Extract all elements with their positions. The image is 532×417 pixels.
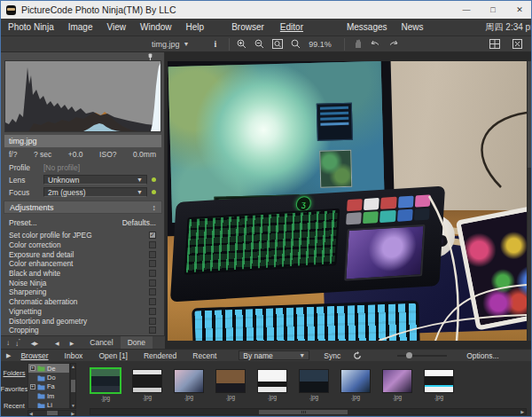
image-canvas[interactable]: ʒ [165, 52, 532, 349]
thumbnail[interactable]: .jpg [340, 369, 371, 400]
thumbnail[interactable]: .jpg [257, 369, 287, 400]
browser-tab-rendered[interactable]: Rendered [136, 351, 184, 360]
redo-icon[interactable] [388, 40, 398, 49]
save-icon[interactable]: ↓ [1, 339, 15, 347]
prev-image-button[interactable]: ◀ [50, 340, 65, 346]
browser-tab-open1[interactable]: Open [1] [90, 351, 136, 360]
scroll-up-icon[interactable]: ▲ [71, 364, 75, 369]
clock: 周四 2:34 pm [475, 21, 532, 34]
folder-icon [37, 383, 45, 390]
menu-window[interactable]: Window [133, 22, 179, 32]
adjustment-checkbox[interactable] [149, 260, 156, 267]
expand-icon[interactable] [30, 384, 35, 389]
tree-vertical-scrollbar[interactable]: ▲ ▼ [70, 363, 76, 409]
thumbnail[interactable]: .jpg [90, 367, 121, 401]
preset-button[interactable]: Preset... [9, 218, 37, 227]
thumbnail[interactable]: .jpg [174, 369, 204, 400]
adjustment-row: Exposure and detail [9, 249, 156, 259]
folder-icon [37, 365, 45, 372]
thumbnail[interactable]: .jpg [299, 369, 329, 400]
mode-tab-editor[interactable]: Editor [272, 22, 311, 32]
close-view-icon[interactable] [512, 39, 522, 49]
sync-label[interactable]: Sync [324, 351, 340, 360]
side-tab-recent[interactable]: Recent [4, 402, 25, 410]
menu-news[interactable]: News [395, 22, 431, 32]
menu-image[interactable]: Image [61, 22, 100, 32]
side-tab-folders[interactable]: Folders [3, 369, 25, 377]
thumbnail-image [90, 367, 121, 394]
adjustment-checkbox[interactable] [149, 327, 156, 334]
menu-help[interactable]: Help [179, 22, 212, 32]
mode-tab-browser[interactable]: Browser [223, 22, 272, 32]
adjustment-checkbox[interactable] [149, 288, 156, 295]
zoom-out-icon[interactable] [254, 39, 264, 49]
zoom-fit-icon[interactable] [272, 39, 283, 49]
pin-icon[interactable] [508, 350, 520, 360]
thumbnail[interactable]: .jpg [215, 369, 246, 400]
folder-row[interactable]: Im [28, 391, 69, 400]
tree-horizontal-scrollbar[interactable]: ◀ ▶ [27, 410, 76, 416]
cancel-button[interactable]: Cancel [82, 336, 120, 349]
adjustment-checkbox[interactable] [149, 251, 156, 258]
info-button[interactable]: i [214, 39, 216, 49]
zoom-level-icon[interactable] [291, 39, 301, 49]
zoom-in-icon[interactable] [237, 39, 246, 49]
menu-photo-ninja[interactable]: Photo Ninja [1, 22, 61, 32]
defaults-button[interactable]: Defaults... [122, 218, 156, 227]
adjustment-checkbox[interactable] [149, 270, 156, 277]
browser-tab-recent[interactable]: Recent [184, 351, 224, 360]
browser-tab-inbox[interactable]: Inbox [57, 351, 91, 360]
image-selector[interactable]: timg.jpg ▼ [152, 40, 189, 49]
dual-view-icon[interactable] [489, 39, 500, 49]
adjustment-checkbox[interactable] [149, 241, 156, 248]
focus-select[interactable]: 2m (guess) ▼ [43, 187, 147, 197]
adjustment-checkbox[interactable] [149, 298, 156, 305]
collapse-browser-icon[interactable]: ▶ [1, 352, 12, 359]
folder-row[interactable]: Li [28, 401, 69, 409]
folder-row[interactable]: Do [28, 373, 69, 382]
compare-icon[interactable]: ◀▶ [26, 340, 43, 346]
browser-tab-browser[interactable]: Browser [12, 351, 56, 360]
canvas-scrollbar[interactable] [528, 61, 532, 341]
scroll-left-icon[interactable]: ◀ [29, 411, 33, 416]
window-title: PictureCode Photo Ninja(TM) By LLC [21, 4, 176, 15]
side-tab-favorites[interactable]: Favorites [1, 385, 28, 393]
thumbnail[interactable]: .jpg [132, 369, 162, 400]
adjustment-checkbox[interactable]: ✓ [149, 232, 156, 239]
external-keyboard-blue-backlit [192, 301, 420, 341]
next-image-button[interactable]: ▶ [65, 340, 80, 346]
done-button[interactable]: Done [121, 336, 153, 349]
lens-select[interactable]: Unknown ▼ [43, 175, 147, 185]
strip-horizontal-scrollbar[interactable]: ▶ [90, 408, 527, 415]
folder-row[interactable]: De [28, 364, 69, 373]
divider [344, 38, 345, 51]
save-as-icon[interactable]: ↓" [15, 338, 26, 348]
focus-value: 2m (guess) [48, 188, 86, 197]
menu-messages[interactable]: Messages [340, 22, 395, 32]
adjustments-header[interactable]: Adjustments ↕ [4, 201, 162, 214]
menu-view[interactable]: View [100, 22, 134, 32]
sort-by-value: By name [243, 351, 273, 360]
thumbnail[interactable]: .jpg [424, 369, 454, 400]
adjustment-checkbox[interactable] [149, 308, 156, 315]
scroll-right-icon[interactable]: ▶ [71, 411, 74, 416]
scroll-right-icon[interactable]: ▶ [520, 409, 526, 414]
options-button[interactable]: Options... [466, 351, 498, 360]
thumbnail-size-slider[interactable] [397, 355, 447, 357]
refresh-icon[interactable] [353, 351, 362, 360]
scroll-down-icon[interactable]: ▼ [71, 403, 75, 408]
folder-row[interactable]: Fa [28, 382, 69, 391]
maximize-button[interactable]: □ [480, 1, 506, 19]
adjustment-row: Sharpening [9, 287, 156, 297]
zoom-level-value[interactable]: 99.1% [309, 40, 332, 49]
minimize-button[interactable]: — [453, 1, 480, 19]
expand-icon[interactable] [30, 366, 35, 371]
expand-collapse-icon[interactable]: ↕ [153, 203, 157, 212]
adjustment-checkbox[interactable] [149, 318, 156, 325]
close-button[interactable]: ✕ [506, 1, 532, 19]
sort-by-select[interactable]: By name ▼ [239, 350, 309, 360]
thumbnail[interactable]: .jpg [382, 369, 412, 400]
adjustment-checkbox[interactable] [149, 279, 156, 287]
undo-icon[interactable] [371, 40, 380, 49]
adjustments-title: Adjustments [10, 203, 54, 212]
